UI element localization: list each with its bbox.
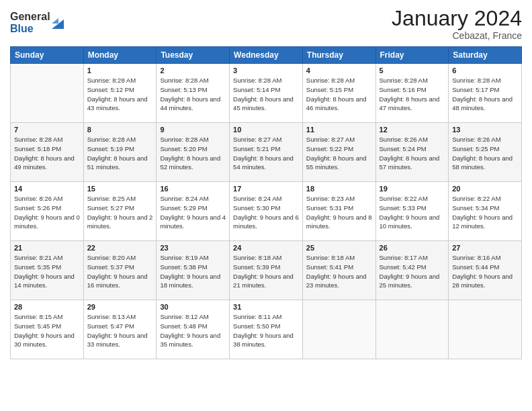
daylight: Daylight: 9 hours and 35 minutes.: [160, 332, 220, 349]
sunrise: Sunrise: 8:15 AM: [14, 313, 62, 320]
sunset: Sunset: 5:50 PM: [233, 322, 280, 330]
sunset: Sunset: 5:26 PM: [14, 204, 61, 212]
table-row: 20 Sunrise: 8:22 AM Sunset: 5:34 PM Dayl…: [449, 182, 522, 241]
day-number: 4: [306, 66, 372, 75]
sunset: Sunset: 5:13 PM: [160, 86, 207, 93]
cell-content: Sunrise: 8:18 AM Sunset: 5:39 PM Dayligh…: [233, 253, 299, 290]
col-wednesday: Wednesday: [230, 47, 303, 64]
table-row: 5 Sunrise: 8:28 AM Sunset: 5:16 PM Dayli…: [375, 64, 449, 123]
sunset: Sunset: 5:38 PM: [160, 263, 207, 271]
table-row: [375, 300, 449, 359]
table-row: 14 Sunrise: 8:26 AM Sunset: 5:26 PM Dayl…: [11, 182, 84, 241]
table-row: 18 Sunrise: 8:23 AM Sunset: 5:31 PM Dayl…: [302, 182, 375, 241]
logo: General Blue: [10, 11, 64, 34]
daylight: Daylight: 9 hours and 38 minutes.: [233, 332, 294, 349]
daylight: Daylight: 8 hours and 55 minutes.: [306, 154, 367, 171]
daylight: Daylight: 9 hours and 6 minutes.: [233, 214, 299, 230]
daylight: Daylight: 9 hours and 21 minutes.: [233, 273, 294, 289]
sunrise: Sunrise: 8:24 AM: [233, 195, 281, 202]
table-row: [11, 64, 84, 123]
col-saturday: Saturday: [449, 47, 522, 64]
cell-content: Sunrise: 8:17 AM Sunset: 5:42 PM Dayligh…: [380, 253, 445, 290]
sunset: Sunset: 5:14 PM: [233, 86, 280, 93]
daylight: Daylight: 9 hours and 14 minutes.: [14, 273, 75, 289]
day-number: 31: [233, 303, 299, 311]
sunset: Sunset: 5:41 PM: [306, 263, 353, 271]
day-number: 19: [380, 185, 445, 193]
sunrise: Sunrise: 8:13 AM: [87, 313, 136, 320]
cell-content: Sunrise: 8:28 AM Sunset: 5:13 PM Dayligh…: [160, 76, 226, 113]
sunrise: Sunrise: 8:27 AM: [306, 136, 355, 143]
sunrise: Sunrise: 8:28 AM: [233, 77, 281, 84]
sunset: Sunset: 5:24 PM: [380, 145, 427, 152]
table-row: 28 Sunrise: 8:15 AM Sunset: 5:45 PM Dayl…: [11, 300, 84, 359]
sunset: Sunset: 5:17 PM: [452, 86, 499, 93]
sunset: Sunset: 5:15 PM: [306, 86, 353, 93]
sunrise: Sunrise: 8:21 AM: [14, 254, 62, 261]
table-row: 9 Sunrise: 8:28 AM Sunset: 5:20 PM Dayli…: [157, 123, 230, 182]
sunrise: Sunrise: 8:28 AM: [452, 77, 500, 84]
svg-marker-1: [52, 18, 58, 24]
cell-content: Sunrise: 8:13 AM Sunset: 5:47 PM Dayligh…: [87, 312, 153, 349]
daylight: Daylight: 8 hours and 46 minutes.: [306, 95, 367, 112]
cell-content: Sunrise: 8:28 AM Sunset: 5:16 PM Dayligh…: [380, 76, 445, 113]
cell-content: Sunrise: 8:25 AM Sunset: 5:27 PM Dayligh…: [87, 194, 153, 231]
daylight: Daylight: 9 hours and 28 minutes.: [452, 273, 513, 289]
table-row: 3 Sunrise: 8:28 AM Sunset: 5:14 PM Dayli…: [230, 64, 303, 123]
day-number: 1: [87, 66, 153, 75]
daylight: Daylight: 9 hours and 18 minutes.: [160, 273, 220, 289]
sunrise: Sunrise: 8:27 AM: [233, 136, 281, 143]
page-header: General Blue January 2024 Cebazat, Franc…: [10, 7, 522, 41]
cell-content: Sunrise: 8:26 AM Sunset: 5:24 PM Dayligh…: [380, 135, 445, 172]
location: Cebazat, France: [392, 30, 522, 41]
daylight: Daylight: 8 hours and 52 minutes.: [160, 154, 220, 171]
day-number: 24: [233, 244, 299, 252]
daylight: Daylight: 9 hours and 30 minutes.: [14, 332, 75, 349]
table-row: 11 Sunrise: 8:27 AM Sunset: 5:22 PM Dayl…: [302, 123, 375, 182]
sunrise: Sunrise: 8:28 AM: [87, 77, 136, 84]
sunrise: Sunrise: 8:23 AM: [306, 195, 355, 202]
table-row: 29 Sunrise: 8:13 AM Sunset: 5:47 PM Dayl…: [83, 300, 157, 359]
table-row: 17 Sunrise: 8:24 AM Sunset: 5:30 PM Dayl…: [230, 182, 303, 241]
day-number: 7: [14, 126, 80, 134]
sunrise: Sunrise: 8:11 AM: [233, 313, 281, 320]
table-row: [302, 300, 375, 359]
sunrise: Sunrise: 8:17 AM: [380, 254, 428, 261]
daylight: Daylight: 8 hours and 58 minutes.: [452, 154, 513, 171]
sunrise: Sunrise: 8:12 AM: [160, 313, 208, 320]
table-row: 13 Sunrise: 8:26 AM Sunset: 5:25 PM Dayl…: [449, 123, 522, 182]
table-row: 1 Sunrise: 8:28 AM Sunset: 5:12 PM Dayli…: [83, 64, 157, 123]
table-row: 12 Sunrise: 8:26 AM Sunset: 5:24 PM Dayl…: [375, 123, 449, 182]
cell-content: Sunrise: 8:27 AM Sunset: 5:22 PM Dayligh…: [306, 135, 372, 172]
logo-blue-text: Blue: [10, 23, 50, 35]
daylight: Daylight: 8 hours and 51 minutes.: [87, 154, 148, 171]
sunrise: Sunrise: 8:28 AM: [160, 136, 208, 143]
day-number: 27: [452, 244, 518, 252]
daylight: Daylight: 8 hours and 48 minutes.: [452, 95, 513, 112]
table-row: 24 Sunrise: 8:18 AM Sunset: 5:39 PM Dayl…: [230, 241, 303, 300]
daylight: Daylight: 9 hours and 12 minutes.: [452, 214, 513, 230]
sunset: Sunset: 5:39 PM: [233, 263, 280, 271]
sunset: Sunset: 5:25 PM: [452, 145, 499, 152]
sunrise: Sunrise: 8:25 AM: [87, 195, 136, 202]
daylight: Daylight: 8 hours and 49 minutes.: [14, 154, 75, 171]
cell-content: Sunrise: 8:28 AM Sunset: 5:17 PM Dayligh…: [452, 76, 518, 113]
sunset: Sunset: 5:18 PM: [14, 145, 61, 152]
daylight: Daylight: 9 hours and 0 minutes.: [14, 214, 80, 230]
table-row: 7 Sunrise: 8:28 AM Sunset: 5:18 PM Dayli…: [11, 123, 84, 182]
sunrise: Sunrise: 8:22 AM: [452, 195, 500, 202]
cell-content: Sunrise: 8:28 AM Sunset: 5:20 PM Dayligh…: [160, 135, 226, 172]
sunset: Sunset: 5:47 PM: [87, 322, 134, 330]
sunrise: Sunrise: 8:24 AM: [160, 195, 208, 202]
sunrise: Sunrise: 8:28 AM: [380, 77, 428, 84]
sunset: Sunset: 5:35 PM: [14, 263, 61, 271]
day-number: 17: [233, 185, 299, 193]
sunset: Sunset: 5:22 PM: [306, 145, 353, 152]
col-tuesday: Tuesday: [157, 47, 230, 64]
day-number: 10: [233, 126, 299, 134]
day-number: 30: [160, 303, 226, 311]
sunrise: Sunrise: 8:28 AM: [306, 77, 355, 84]
day-number: 3: [233, 66, 299, 75]
daylight: Daylight: 8 hours and 44 minutes.: [160, 95, 220, 112]
sunrise: Sunrise: 8:16 AM: [452, 254, 500, 261]
